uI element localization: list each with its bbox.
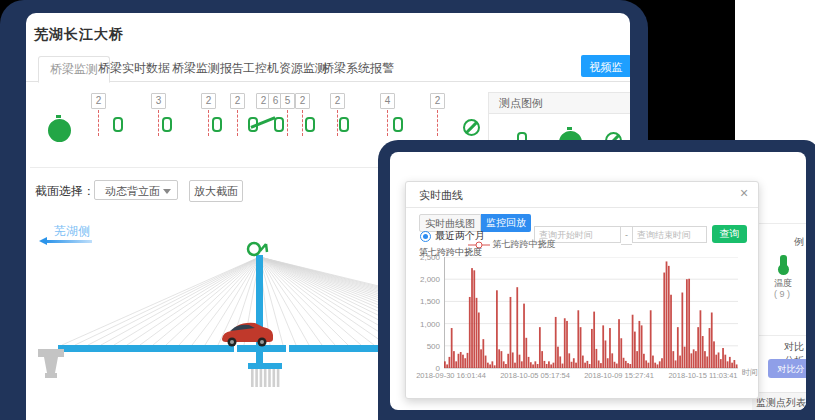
chart-bar [564,318,566,368]
curve-window-card: 例 温度 ( 9 ) 对比分析 对比分析 监测点列表 实时曲线 × 实时曲线图 … [390,152,806,410]
chart-bar [668,266,670,368]
chart-bar [485,356,487,368]
chart-bar [638,321,640,368]
chain-sensor-icon[interactable] [113,117,123,132]
sensor-dash-line [287,110,288,136]
query-button[interactable]: 查询 [712,225,747,243]
legend-header-fragment: 例 [794,235,804,249]
chart-bar [544,361,546,368]
last-two-months-radio[interactable] [420,231,431,242]
chain-sensor-icon[interactable] [339,117,349,132]
chart-bar [691,353,693,368]
sensor-count-badge: 4 [380,93,395,109]
chart-bar [684,347,686,368]
y-tick-label: 1,500 [406,297,440,306]
car [222,323,273,347]
chart-bar [591,329,593,368]
chart-bar [557,347,559,368]
chart-bar [648,363,650,368]
chart-bar [453,351,455,368]
chart-bar [460,352,462,368]
chart-bar [733,360,735,368]
chart-bar [636,351,638,368]
deflection-chart [444,257,738,369]
chart-bar [473,270,475,368]
close-icon[interactable]: × [740,185,748,201]
video-monitor-button[interactable]: 视频监控 [581,55,630,77]
chart-bar [491,361,493,368]
chart-bar [731,363,733,368]
chart-bar [455,361,457,368]
chart-bar [525,338,527,368]
chain-sensor-icon[interactable] [212,117,222,132]
y-tick-label: 1,000 [406,320,440,329]
chart-bar [729,357,731,368]
chain-sensor-icon[interactable] [274,117,284,132]
main-tab-3[interactable]: 工控机资源监测 [243,56,327,80]
chart-bar [652,356,654,368]
main-tab-1[interactable]: 桥梁实时数据 [98,56,170,80]
chart-bar [496,290,498,368]
disabled-sensor-icon[interactable] [463,119,480,136]
sensor-count-badge: 2 [201,93,216,109]
chart-bar [611,353,613,368]
y-tick-label: 500 [406,342,440,351]
divider [406,207,758,208]
chart-bar [709,328,711,368]
chart-bar [462,355,464,368]
chart-bar [727,361,729,368]
sensor-dash-line [437,110,438,136]
chart-bar [566,321,568,368]
compare-analysis-button[interactable]: 对比分析 [768,359,806,378]
chain-sensor-icon[interactable] [305,117,315,132]
main-tab-4[interactable]: 桥梁系统报警 [322,56,394,80]
chart-bar [478,313,480,369]
x-tick-label: 2018-10-05 05:17:54 [493,371,577,380]
chart-bar [616,364,618,368]
enlarge-section-button[interactable]: 放大截面 [189,180,243,202]
chart-bar [577,310,579,368]
chart-bar [722,348,724,368]
chart-bar [507,354,509,368]
stopwatch-sensor-icon[interactable] [48,119,71,142]
legend-series-name: 第七跨跨中挠度 [493,239,556,249]
sensor-dash-line [337,110,338,136]
chart-bar [686,279,688,368]
chart-bar [532,364,534,368]
chart-bar [623,358,625,368]
tab-monitor-playback[interactable]: 监控回放 [481,214,531,232]
chart-bar [663,273,665,368]
chart-bar [711,313,713,369]
chart-bar [555,317,557,368]
chart-bar [512,352,514,368]
pylon-sensor-icon [248,243,267,255]
modal-title: 实时曲线 [419,188,463,203]
chain-sensor-icon[interactable] [162,117,172,132]
x-tick-label: 2018-10-09 15:27:41 [577,371,661,380]
section-select-dropdown[interactable]: 动态背立面 [94,180,178,200]
chart-bar [618,319,620,368]
sensor-count-badge: 2 [330,93,345,109]
page-title: 芜湖长江大桥 [34,26,124,44]
chart-bar [700,310,702,368]
chain-sensor-icon[interactable] [393,117,403,132]
chart-bar [736,364,738,368]
main-tab-2[interactable]: 桥梁监测报告 [172,56,244,80]
deck-joint [234,345,237,352]
query-end-time-input[interactable] [632,226,707,243]
sensor-count-badge: 5 [280,93,295,109]
chart-bar [706,356,708,368]
chart-bar [670,295,672,368]
chart-bar [600,363,602,368]
chart-bar [548,361,550,368]
chart-bar [677,327,679,368]
chart-bar [467,353,469,368]
section-select-label: 截面选择： [35,183,95,200]
chart-bar [523,304,525,368]
sensor-dash-line [302,110,303,136]
chart-bar [645,360,647,368]
deck-joint [286,345,289,352]
main-tab-bar: 桥梁监测桥梁实时数据桥梁监测报告工控机资源监测桥梁系统报警 [26,56,630,82]
chart-bar [530,362,532,368]
temperature-count: ( 9 ) [774,289,790,299]
